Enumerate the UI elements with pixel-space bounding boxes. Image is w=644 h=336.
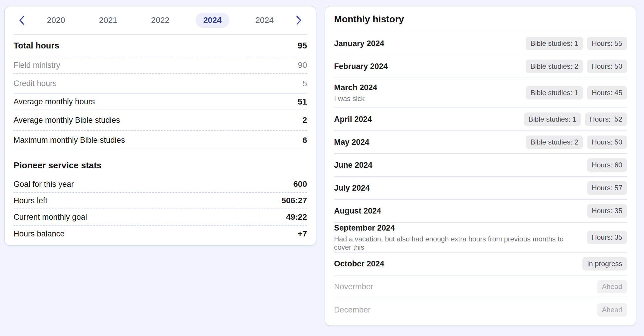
stat-row-maximum-monthly-bible-studies: Maximum monthly Bible studies 6 bbox=[14, 131, 307, 150]
stat-label: Hours left bbox=[14, 196, 48, 205]
stat-value: 49:22 bbox=[286, 212, 307, 222]
stat-label: Field ministry bbox=[14, 61, 60, 70]
stat-row-total-hours: Total hours 95 bbox=[14, 35, 307, 57]
hours-badge: Hours: 55 bbox=[587, 37, 627, 51]
tab-year-selected[interactable]: 2024 bbox=[195, 13, 229, 28]
hours-badge: Hours: 50 bbox=[587, 135, 627, 149]
stat-label: Credit hours bbox=[14, 79, 57, 88]
stat-row-hours-left: Hours left 506:27 bbox=[14, 193, 307, 209]
month-name: September 2024 bbox=[334, 224, 581, 233]
month-name: June 2024 bbox=[334, 161, 581, 170]
stat-label: Goal for this year bbox=[14, 180, 74, 189]
month-name: April 2024 bbox=[334, 115, 518, 124]
bible-studies-badge: Bible studies: 2 bbox=[526, 135, 583, 149]
stat-value: 5 bbox=[302, 79, 307, 88]
hours-badge: Hours: 52 bbox=[585, 112, 627, 126]
ahead-badge: Ahead bbox=[597, 280, 627, 294]
month-row-may[interactable]: May 2024 Bible studies: 2 Hours: 50 bbox=[334, 131, 627, 154]
hours-badge: Hours: 57 bbox=[587, 181, 627, 195]
month-row-january[interactable]: January 2024 Bible studies: 1 Hours: 55 bbox=[334, 32, 627, 55]
stat-label: Hours balance bbox=[14, 229, 65, 238]
stat-row-field-ministry: Field ministry 90 bbox=[14, 57, 307, 74]
next-year-button[interactable] bbox=[291, 12, 307, 28]
tab-year-2021[interactable]: 2021 bbox=[91, 13, 125, 28]
month-row-february[interactable]: February 2024 Bible studies: 2 Hours: 50 bbox=[334, 55, 627, 78]
month-note: Had a vacation, but also had enough extr… bbox=[334, 235, 581, 251]
stat-row-average-monthly-bible-studies: Average monthly Bible studies 2 bbox=[14, 110, 307, 131]
chevron-right-icon bbox=[294, 15, 303, 25]
tab-year-next[interactable]: 2024 bbox=[248, 13, 281, 28]
month-row-april[interactable]: April 2024 Bible studies: 1 Hours: 52 bbox=[334, 108, 627, 131]
stat-value: 95 bbox=[298, 41, 307, 51]
stat-value: 90 bbox=[298, 61, 307, 70]
year-stats-card: 2020 2021 2022 2024 2024 Total hours 95 … bbox=[4, 6, 316, 246]
stat-value: +7 bbox=[298, 229, 307, 238]
stat-row-average-monthly-hours: Average monthly hours 51 bbox=[14, 94, 307, 110]
month-name: March 2024 bbox=[334, 83, 520, 92]
hours-badge: Hours: 35 bbox=[587, 231, 627, 244]
month-row-june[interactable]: June 2024 Hours: 60 bbox=[334, 154, 627, 177]
stat-row-hours-balance: Hours balance +7 bbox=[14, 226, 307, 242]
in-progress-badge: In progress bbox=[582, 257, 627, 271]
stat-row-credit-hours: Credit hours 5 bbox=[14, 74, 307, 94]
month-row-july[interactable]: July 2024 Hours: 57 bbox=[334, 177, 627, 200]
stat-label: Maximum monthly Bible studies bbox=[14, 136, 125, 145]
hours-badge: Hours: 35 bbox=[587, 204, 627, 218]
month-row-september[interactable]: September 2024 Had a vacation, but also … bbox=[334, 223, 627, 253]
hours-badge: Hours: 50 bbox=[587, 60, 627, 73]
stat-label: Current monthly goal bbox=[14, 213, 87, 222]
month-name: August 2024 bbox=[334, 206, 581, 216]
month-name: February 2024 bbox=[334, 62, 520, 71]
previous-year-button[interactable] bbox=[14, 12, 30, 28]
bible-studies-badge: Bible studies: 1 bbox=[524, 112, 581, 126]
month-name: July 2024 bbox=[334, 184, 581, 193]
hours-badge: Hours: 45 bbox=[587, 86, 627, 100]
stat-value: 506:27 bbox=[281, 196, 307, 205]
month-row-november[interactable]: Novermber Ahead bbox=[334, 275, 627, 298]
stat-value: 600 bbox=[293, 179, 307, 189]
month-row-march[interactable]: March 2024 I was sick Bible studies: 1 H… bbox=[334, 78, 627, 108]
stat-value: 6 bbox=[302, 136, 307, 145]
stat-row-current-monthly-goal: Current monthly goal 49:22 bbox=[14, 209, 307, 226]
stat-label: Average monthly hours bbox=[14, 97, 95, 106]
month-row-december[interactable]: December Ahead bbox=[334, 298, 627, 321]
month-row-october[interactable]: October 2024 In progress bbox=[334, 253, 627, 275]
stat-row-goal-for-this-year: Goal for this year 600 bbox=[14, 176, 307, 193]
stat-label: Total hours bbox=[14, 41, 59, 51]
tab-year-2022[interactable]: 2022 bbox=[144, 13, 177, 28]
month-note: I was sick bbox=[334, 95, 520, 103]
hours-badge: Hours: 60 bbox=[587, 158, 627, 172]
month-name: January 2024 bbox=[334, 39, 520, 48]
month-name: October 2024 bbox=[334, 259, 576, 268]
bible-studies-badge: Bible studies: 1 bbox=[526, 86, 583, 100]
month-name: May 2024 bbox=[334, 138, 520, 147]
bible-studies-badge: Bible studies: 1 bbox=[526, 37, 583, 51]
year-tabs: 2020 2021 2022 2024 2024 bbox=[30, 13, 291, 28]
stat-value: 2 bbox=[302, 115, 307, 125]
month-row-august[interactable]: August 2024 Hours: 35 bbox=[334, 200, 627, 223]
monthly-history-title: Monthly history bbox=[334, 6, 627, 32]
bible-studies-badge: Bible studies: 2 bbox=[526, 60, 583, 73]
ahead-badge: Ahead bbox=[597, 303, 627, 317]
stat-label: Average monthly Bible studies bbox=[14, 116, 120, 125]
monthly-history-card: Monthly history January 2024 Bible studi… bbox=[325, 6, 636, 326]
month-name: December bbox=[334, 305, 591, 315]
month-name: Novermber bbox=[334, 282, 591, 291]
tab-year-2020[interactable]: 2020 bbox=[39, 13, 73, 28]
pioneer-service-stats-title: Pioneer service stats bbox=[14, 150, 307, 176]
stat-value: 51 bbox=[298, 97, 307, 107]
year-tabbar: 2020 2021 2022 2024 2024 bbox=[14, 6, 307, 35]
chevron-left-icon bbox=[17, 15, 26, 25]
